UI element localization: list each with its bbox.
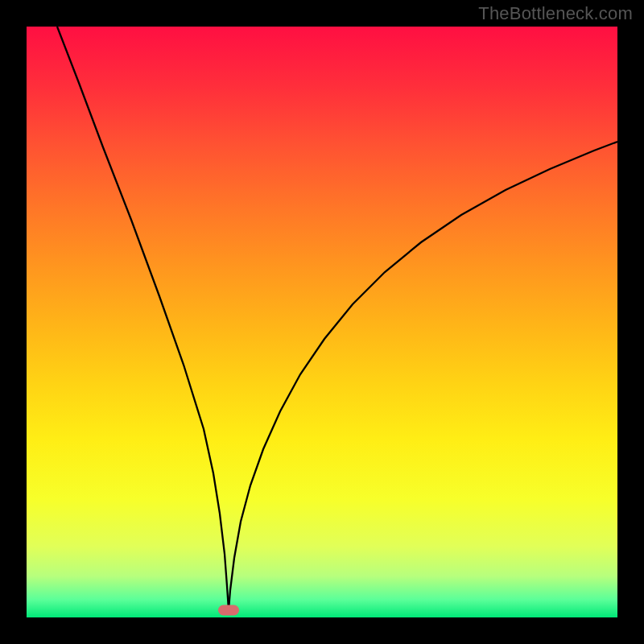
curve-left-branch	[57, 27, 229, 610]
chart-plot-area	[27, 27, 617, 617]
optimal-marker	[218, 605, 239, 616]
bottleneck-curve	[27, 27, 617, 617]
watermark-text: TheBottleneck.com	[478, 3, 633, 24]
curve-right-branch	[229, 142, 617, 610]
